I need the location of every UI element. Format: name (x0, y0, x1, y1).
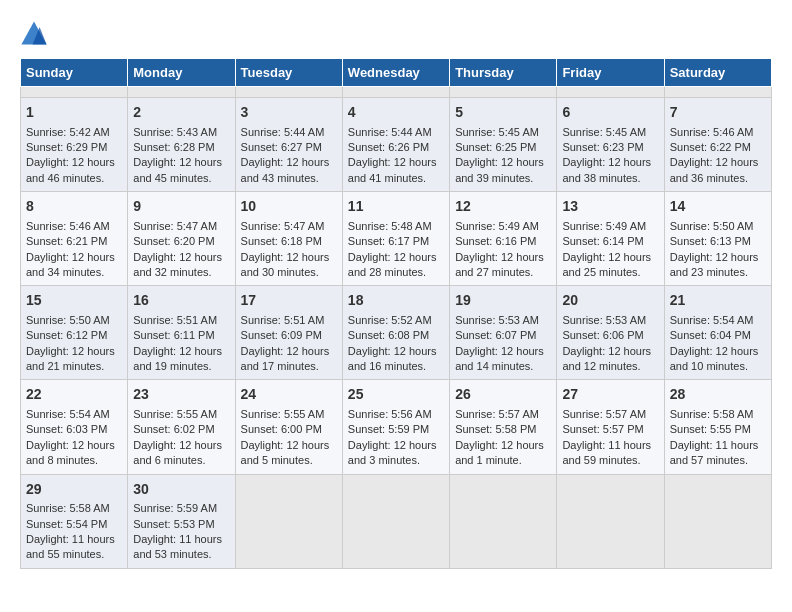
day-number: 17 (241, 291, 337, 311)
day-info: Daylight: 12 hours and 17 minutes. (241, 344, 337, 375)
day-info: Sunset: 5:59 PM (348, 422, 444, 437)
calendar-cell: 21Sunrise: 5:54 AMSunset: 6:04 PMDayligh… (664, 286, 771, 380)
day-header: Friday (557, 59, 664, 87)
calendar-week-row: 22Sunrise: 5:54 AMSunset: 6:03 PMDayligh… (21, 380, 772, 474)
calendar-cell: 6Sunrise: 5:45 AMSunset: 6:23 PMDaylight… (557, 98, 664, 192)
day-info: Sunrise: 5:47 AM (241, 219, 337, 234)
day-info: Sunrise: 5:44 AM (348, 125, 444, 140)
day-info: Daylight: 12 hours and 12 minutes. (562, 344, 658, 375)
day-number: 25 (348, 385, 444, 405)
day-number: 19 (455, 291, 551, 311)
calendar-cell: 9Sunrise: 5:47 AMSunset: 6:20 PMDaylight… (128, 192, 235, 286)
day-number: 15 (26, 291, 122, 311)
calendar-cell (664, 87, 771, 98)
day-info: Daylight: 12 hours and 43 minutes. (241, 155, 337, 186)
day-info: Sunset: 5:58 PM (455, 422, 551, 437)
logo (20, 20, 52, 48)
day-info: Sunset: 6:00 PM (241, 422, 337, 437)
day-info: Sunset: 6:28 PM (133, 140, 229, 155)
day-info: Daylight: 12 hours and 5 minutes. (241, 438, 337, 469)
day-info: Daylight: 12 hours and 46 minutes. (26, 155, 122, 186)
day-number: 11 (348, 197, 444, 217)
calendar-cell: 16Sunrise: 5:51 AMSunset: 6:11 PMDayligh… (128, 286, 235, 380)
day-info: Sunset: 6:29 PM (26, 140, 122, 155)
day-info: Sunset: 6:11 PM (133, 328, 229, 343)
calendar-cell (664, 474, 771, 568)
day-number: 24 (241, 385, 337, 405)
day-info: Daylight: 11 hours and 55 minutes. (26, 532, 122, 563)
day-info: Sunset: 6:25 PM (455, 140, 551, 155)
day-number: 16 (133, 291, 229, 311)
day-info: Daylight: 12 hours and 3 minutes. (348, 438, 444, 469)
day-info: Sunrise: 5:50 AM (26, 313, 122, 328)
day-info: Sunrise: 5:46 AM (670, 125, 766, 140)
day-header: Saturday (664, 59, 771, 87)
calendar-cell: 29Sunrise: 5:58 AMSunset: 5:54 PMDayligh… (21, 474, 128, 568)
day-number: 5 (455, 103, 551, 123)
day-info: Daylight: 12 hours and 21 minutes. (26, 344, 122, 375)
calendar-cell: 8Sunrise: 5:46 AMSunset: 6:21 PMDaylight… (21, 192, 128, 286)
day-info: Sunrise: 5:53 AM (562, 313, 658, 328)
day-info: Sunrise: 5:42 AM (26, 125, 122, 140)
day-info: Sunrise: 5:45 AM (562, 125, 658, 140)
calendar-cell: 22Sunrise: 5:54 AMSunset: 6:03 PMDayligh… (21, 380, 128, 474)
day-headers-row: SundayMondayTuesdayWednesdayThursdayFrid… (21, 59, 772, 87)
day-header: Wednesday (342, 59, 449, 87)
day-number: 3 (241, 103, 337, 123)
day-info: Daylight: 12 hours and 6 minutes. (133, 438, 229, 469)
day-number: 10 (241, 197, 337, 217)
day-info: Daylight: 12 hours and 38 minutes. (562, 155, 658, 186)
day-info: Sunset: 6:09 PM (241, 328, 337, 343)
calendar-cell: 18Sunrise: 5:52 AMSunset: 6:08 PMDayligh… (342, 286, 449, 380)
day-number: 2 (133, 103, 229, 123)
day-info: Sunrise: 5:48 AM (348, 219, 444, 234)
calendar-week-row (21, 87, 772, 98)
day-info: Daylight: 12 hours and 32 minutes. (133, 250, 229, 281)
day-header: Sunday (21, 59, 128, 87)
day-number: 12 (455, 197, 551, 217)
calendar-cell: 26Sunrise: 5:57 AMSunset: 5:58 PMDayligh… (450, 380, 557, 474)
day-info: Daylight: 12 hours and 8 minutes. (26, 438, 122, 469)
calendar-cell: 5Sunrise: 5:45 AMSunset: 6:25 PMDaylight… (450, 98, 557, 192)
calendar-cell (235, 87, 342, 98)
calendar-cell (235, 474, 342, 568)
day-info: Daylight: 12 hours and 19 minutes. (133, 344, 229, 375)
day-info: Daylight: 12 hours and 36 minutes. (670, 155, 766, 186)
day-info: Sunset: 6:14 PM (562, 234, 658, 249)
day-number: 18 (348, 291, 444, 311)
day-info: Sunrise: 5:47 AM (133, 219, 229, 234)
calendar-cell: 14Sunrise: 5:50 AMSunset: 6:13 PMDayligh… (664, 192, 771, 286)
day-info: Daylight: 12 hours and 45 minutes. (133, 155, 229, 186)
day-info: Sunrise: 5:51 AM (241, 313, 337, 328)
calendar-cell (342, 87, 449, 98)
day-info: Sunrise: 5:43 AM (133, 125, 229, 140)
day-info: Sunset: 6:27 PM (241, 140, 337, 155)
day-info: Sunrise: 5:52 AM (348, 313, 444, 328)
day-info: Sunrise: 5:44 AM (241, 125, 337, 140)
day-info: Sunrise: 5:45 AM (455, 125, 551, 140)
day-info: Sunrise: 5:58 AM (26, 501, 122, 516)
day-info: Daylight: 11 hours and 57 minutes. (670, 438, 766, 469)
day-header: Monday (128, 59, 235, 87)
day-info: Daylight: 12 hours and 28 minutes. (348, 250, 444, 281)
day-info: Daylight: 11 hours and 59 minutes. (562, 438, 658, 469)
page-header (20, 20, 772, 48)
calendar-cell (450, 87, 557, 98)
day-info: Sunset: 6:02 PM (133, 422, 229, 437)
day-info: Sunset: 6:13 PM (670, 234, 766, 249)
day-number: 1 (26, 103, 122, 123)
day-number: 6 (562, 103, 658, 123)
calendar-cell (557, 87, 664, 98)
day-info: Sunset: 6:21 PM (26, 234, 122, 249)
day-info: Sunset: 6:16 PM (455, 234, 551, 249)
day-info: Daylight: 12 hours and 14 minutes. (455, 344, 551, 375)
calendar-cell: 7Sunrise: 5:46 AMSunset: 6:22 PMDaylight… (664, 98, 771, 192)
day-info: Daylight: 12 hours and 30 minutes. (241, 250, 337, 281)
day-info: Sunrise: 5:56 AM (348, 407, 444, 422)
calendar-cell (128, 87, 235, 98)
day-number: 23 (133, 385, 229, 405)
calendar-cell: 3Sunrise: 5:44 AMSunset: 6:27 PMDaylight… (235, 98, 342, 192)
calendar-cell (342, 474, 449, 568)
calendar-week-row: 1Sunrise: 5:42 AMSunset: 6:29 PMDaylight… (21, 98, 772, 192)
day-info: Sunset: 6:03 PM (26, 422, 122, 437)
